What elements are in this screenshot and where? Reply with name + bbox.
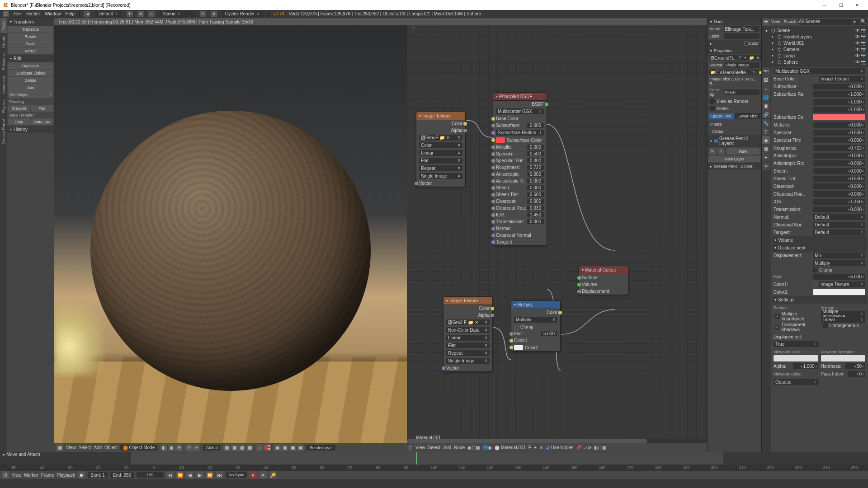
node-header[interactable]: Principled BSDF <box>493 93 547 101</box>
menu-add-node[interactable]: Add <box>443 445 451 450</box>
maximize-button[interactable]: ☐ <box>833 0 849 10</box>
layers-grid[interactable]: ▦▦▦▦ <box>223 444 253 451</box>
outliner-filter-dd[interactable]: All Scenes <box>799 19 853 25</box>
search-icon[interactable]: 🔍 <box>861 19 867 25</box>
play-icon[interactable]: ▶ <box>196 471 203 479</box>
menu-window[interactable]: Window <box>45 11 61 16</box>
ffwd-icon[interactable]: ⏭ <box>216 471 223 479</box>
node-label-input[interactable] <box>724 33 760 39</box>
3d-viewport[interactable] <box>54 25 407 443</box>
scene-dropdown[interactable]: Scene <box>159 11 195 17</box>
rotate-button[interactable]: Rotate <box>8 33 53 40</box>
proj-dd[interactable]: Flat <box>419 158 462 164</box>
outliner-item[interactable]: •⬡Camera👁📷 <box>764 46 866 52</box>
tab-render[interactable]: 📷 <box>762 67 770 75</box>
data-button[interactable]: Data <box>8 118 30 125</box>
editor-type-3d-icon[interactable]: ▦ <box>56 444 63 451</box>
outliner-type-icon[interactable]: ☰ <box>763 19 769 25</box>
outliner-tree[interactable]: ▾⬡Scene👁📷•⬡RenderLayers👁📷•⬡World.001👁📷•⬡… <box>762 26 868 66</box>
node-principled-bsdf[interactable]: Principled BSDF BSDF Multiscatter GGX Ba… <box>493 92 547 246</box>
playhead[interactable] <box>416 452 417 465</box>
gp-new-layer-button[interactable]: New Layer <box>708 156 760 162</box>
data-type-icon[interactable]: 🌐 <box>482 445 488 450</box>
menu-object-3d[interactable]: Object <box>104 445 118 450</box>
settings-section[interactable]: Settings <box>772 296 867 304</box>
colorspace-dd[interactable]: Color <box>419 142 462 148</box>
editor-type-node-icon[interactable]: ⬡ <box>409 445 413 450</box>
rewind-icon[interactable]: ⏮ <box>166 471 174 479</box>
node-name-input[interactable]: 🖼 Image Text... <box>724 26 760 32</box>
transform-header[interactable]: Transform <box>7 18 54 26</box>
menu-node[interactable]: Node <box>454 445 465 450</box>
layout-add-icon[interactable]: + <box>127 11 133 17</box>
outliner-item[interactable]: •⬡Lamp👁📷 <box>764 52 866 59</box>
menu-select-node[interactable]: Select <box>428 445 441 450</box>
prev-key-icon[interactable]: ⏪ <box>176 471 184 479</box>
node-scrollbar[interactable] <box>407 439 707 443</box>
dist-dd[interactable]: Multiscatter GGX <box>496 108 544 114</box>
gp-colors-header[interactable]: Grease Pencil Colors: <box>708 163 761 170</box>
smooth-button[interactable]: Smooth <box>8 105 30 112</box>
current-frame[interactable]: 129 <box>137 472 164 478</box>
tab-material[interactable]: ◉ <box>762 136 770 144</box>
delete-button[interactable]: Delete <box>8 77 53 84</box>
layout-dropdown[interactable]: Default <box>95 11 122 17</box>
menu-render[interactable]: Render <box>25 11 40 16</box>
outliner-item[interactable]: ▾⬡Scene👁📷 <box>764 27 866 33</box>
tab-physics[interactable]: ⚛ <box>762 162 770 170</box>
tab-particles[interactable]: ✦ <box>762 153 770 161</box>
tab-modifiers[interactable]: 🔧 <box>762 119 770 127</box>
translate-button[interactable]: Translate <box>8 26 53 33</box>
autokey-icon[interactable]: ● <box>250 471 257 479</box>
duplicate-linked-button[interactable]: Duplicate Linked <box>8 70 53 76</box>
outliner-item[interactable]: •⬡RenderLayers👁📷 <box>764 33 866 40</box>
pin-icon[interactable]: 📌 <box>576 445 581 450</box>
layout-del-icon[interactable]: ✕ <box>137 11 144 17</box>
distribution-dd[interactable]: Multiscatter GGX <box>774 68 865 74</box>
sync-dd[interactable]: No Sync <box>226 472 247 478</box>
interp-dd[interactable]: Linear <box>419 150 462 156</box>
filepath-input[interactable]: 📁 C:\Users\Steffe... <box>709 70 750 75</box>
node-image-texture[interactable]: Image Texture Color Alpha 🖼 Grou F 📁 ✕ C… <box>416 112 466 187</box>
tab-relations[interactable]: Relations <box>0 51 7 73</box>
menu-view-node[interactable]: View <box>415 445 425 450</box>
menu-help[interactable]: Help <box>66 11 75 16</box>
data-layout-button[interactable]: Data Lay <box>31 118 53 125</box>
mirror-button[interactable]: Mirror <box>8 47 53 54</box>
orientation-dropdown[interactable]: Global <box>203 445 220 450</box>
lower-first-button[interactable]: Lower First <box>735 113 760 119</box>
shading-icon-2[interactable]: ◉ <box>168 444 175 451</box>
overlay-icon-1[interactable]: ▣ <box>274 444 281 451</box>
subsurf-color-swatch[interactable] <box>496 137 505 143</box>
node-image-texture-2[interactable]: Image Texture Color Alpha 🖼 Gro 2 F 📁 ✕ … <box>443 296 493 372</box>
close-button[interactable]: ✕ <box>849 0 865 10</box>
tab-grease[interactable]: Grease Pencil <box>0 116 7 147</box>
tab-object[interactable]: ▣ <box>762 102 770 110</box>
fields-check[interactable]: Fields <box>708 105 761 112</box>
tab-animation[interactable]: Animation <box>0 73 7 97</box>
proportional-icon[interactable]: ○ <box>256 444 263 451</box>
n-color-header[interactable]: Color <box>708 40 761 47</box>
volume-section[interactable]: Volume <box>772 236 867 244</box>
scene-icon[interactable]: ⛬ <box>148 11 155 17</box>
node-multiply[interactable]: Multiply Color Multiply Clamp Fac:5.000 … <box>511 300 561 352</box>
outliner-item[interactable]: •⬡Sphere👁📷 <box>764 59 866 65</box>
tab-physics[interactable]: Physics <box>0 97 7 116</box>
menu-file[interactable]: File <box>14 11 21 16</box>
node-editor[interactable]: ┼ Image Texture Color Alpha 🖼 Grou F 📁 ✕… <box>407 18 707 443</box>
play-rev-icon[interactable]: ◀ <box>186 471 193 479</box>
tab-texture[interactable]: ▦ <box>762 145 770 153</box>
tab-constraints[interactable]: 🔗 <box>762 110 770 118</box>
view-as-render-check[interactable]: View as Render <box>708 98 761 105</box>
outliner-item[interactable]: •⬡World.001👁📷 <box>764 40 866 46</box>
mode-dropdown[interactable]: ⬤ Object Mode <box>120 445 157 450</box>
history-header[interactable]: History <box>7 126 54 133</box>
n-node-header[interactable]: Node <box>708 18 761 25</box>
tab-scene[interactable]: ⛬ <box>762 84 770 93</box>
minimize-button[interactable]: ─ <box>816 0 833 10</box>
layout-prev-icon[interactable]: ◂ <box>84 11 90 17</box>
flat-button[interactable]: Flat <box>31 105 53 112</box>
colorspace-dd[interactable]: sRGB <box>724 89 760 95</box>
snap-icon[interactable]: ⌖ <box>193 444 200 451</box>
upper-first-button[interactable]: Upper First <box>708 113 734 119</box>
